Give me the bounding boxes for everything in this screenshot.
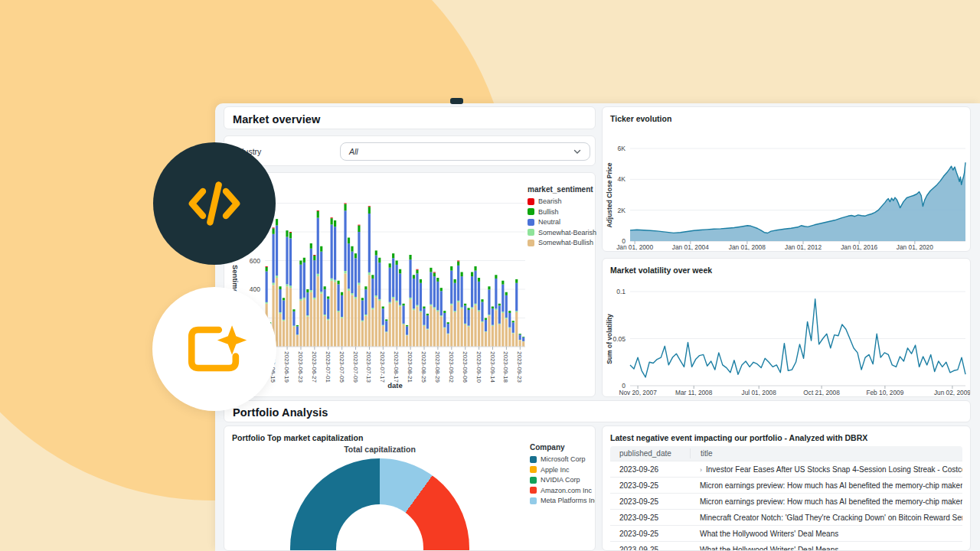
cell-title: Micron earnings preview: How much has AI… <box>690 481 962 490</box>
svg-text:Jan 01, 2020: Jan 01, 2020 <box>897 243 933 250</box>
industry-select[interactable]: All <box>340 142 590 161</box>
legend-swatch <box>528 240 534 246</box>
legend-item[interactable]: NVIDIA Corp <box>530 476 596 484</box>
svg-text:0.05: 0.05 <box>612 335 626 343</box>
legend-swatch <box>530 466 537 473</box>
column-header-published-date[interactable]: published_date <box>610 448 691 458</box>
table-row[interactable]: 2023-09-25Micron earnings preview: How m… <box>610 477 962 493</box>
company-legend: CompanyMicrosoft CorpApple IncNVIDIA Cor… <box>530 443 596 507</box>
svg-text:Jul 01, 2008: Jul 01, 2008 <box>742 389 777 396</box>
legend-item[interactable]: Somewhat-Bearish <box>528 229 596 236</box>
volatility-line-chart[interactable]: 00.050.1Nov 20, 2007Mar 11, 2008Jul 01, … <box>603 275 970 396</box>
clipped-title-fragment <box>450 98 463 104</box>
filter-card: Industry All <box>224 135 596 166</box>
legend-label: Meta Platforms Inc <box>541 497 596 504</box>
ticker-card: Ticker evolution 02K4K6KJan 01, 2000Jan … <box>602 106 971 252</box>
svg-text:Oct 21, 2008: Oct 21, 2008 <box>803 389 840 396</box>
svg-text:Feb 10, 2009: Feb 10, 2009 <box>866 389 903 396</box>
legend-item[interactable]: Bullish <box>528 208 596 216</box>
legend-title: market_sentiment <box>528 185 596 194</box>
cell-published-date: 2023-09-25 <box>610 514 690 522</box>
table-row[interactable]: 2023-09-25Minecraft Creator Notch: 'Glad… <box>610 509 962 525</box>
table-header: published_datetitle <box>610 446 962 461</box>
svg-text:2023-09-06: 2023-09-06 <box>462 351 469 383</box>
legend-swatch <box>530 487 537 494</box>
legend-item[interactable]: Amazon.com Inc <box>530 487 596 494</box>
portfolio-analysis-card: Portfolio Analysis <box>224 400 971 422</box>
legend-swatch <box>530 477 537 484</box>
cell-published-date: 2023-09-26 <box>610 465 690 474</box>
svg-text:Sum of volatility: Sum of volatility <box>606 314 613 364</box>
legend-swatch <box>528 219 534 226</box>
svg-text:2023-09-10: 2023-09-10 <box>475 351 482 383</box>
svg-text:400: 400 <box>250 285 260 293</box>
svg-text:Adjusted Close Price: Adjusted Close Price <box>606 162 613 227</box>
industry-select-value: All <box>349 147 358 156</box>
svg-text:Jan 01, 2012: Jan 01, 2012 <box>785 243 822 250</box>
legend-swatch <box>528 198 534 205</box>
events-table-title: Latest negative event impacting our port… <box>603 426 970 442</box>
legend-item[interactable]: Somewhat-Bullish <box>528 239 596 246</box>
svg-text:2023-07-05: 2023-07-05 <box>338 351 345 383</box>
legend-title: Company <box>530 443 596 452</box>
events-table: published_datetitle2023-09-26›Investor F… <box>610 446 962 551</box>
svg-text:Jun 02, 2009: Jun 02, 2009 <box>934 389 970 396</box>
legend-label: Amazon.com Inc <box>541 487 592 494</box>
legend-label: NVIDIA Corp <box>541 476 580 484</box>
svg-text:Jan 01, 2008: Jan 01, 2008 <box>729 243 766 250</box>
legend-label: Bearish <box>538 197 562 205</box>
svg-text:2023-08-21: 2023-08-21 <box>407 351 413 383</box>
legend-label: Apple Inc <box>541 466 570 474</box>
table-row[interactable]: 2023-09-25What the Hollywood Writers' De… <box>610 525 962 541</box>
legend-item[interactable]: Microsoft Corp <box>530 455 596 463</box>
legend-label: Bullish <box>538 208 559 216</box>
legend-swatch <box>530 456 537 463</box>
legend-swatch <box>530 497 537 504</box>
legend-swatch <box>528 229 534 236</box>
ticker-card-title: Ticker evolution <box>603 107 970 123</box>
market-overview-title: Market overview <box>224 107 595 126</box>
table-row[interactable]: 2023-09-25What the Hollywood Writers' De… <box>610 541 962 551</box>
legend-item[interactable]: Meta Platforms Inc <box>530 497 596 504</box>
svg-text:Mar 11, 2008: Mar 11, 2008 <box>675 389 713 396</box>
svg-text:2023-06-27: 2023-06-27 <box>311 351 318 383</box>
legend-label: Somewhat-Bullish <box>538 239 593 246</box>
legend-item[interactable]: Bearish <box>528 197 596 205</box>
legend-swatch <box>528 208 534 215</box>
market-overview-card: Market overview <box>224 106 596 129</box>
code-badge-circle <box>153 142 276 265</box>
svg-text:2023-07-01: 2023-07-01 <box>325 351 332 383</box>
column-header-title[interactable]: title <box>691 449 713 458</box>
cell-published-date: 2023-09-25 <box>610 546 690 551</box>
legend-item[interactable]: Apple Inc <box>530 466 596 474</box>
expand-row-icon[interactable]: › <box>700 466 702 474</box>
cell-published-date: 2023-09-25 <box>610 530 690 538</box>
svg-text:Jan 01, 2000: Jan 01, 2000 <box>616 243 653 250</box>
svg-text:2023-09-18: 2023-09-18 <box>502 351 509 383</box>
svg-text:2023-08-17: 2023-08-17 <box>393 351 400 383</box>
svg-text:2023-08-25: 2023-08-25 <box>420 351 427 383</box>
legend-item[interactable]: Neutral <box>528 218 596 226</box>
table-row[interactable]: 2023-09-25Micron earnings preview: How m… <box>610 493 962 509</box>
page: { "decor": {"navy": "#1b3139", "orange":… <box>0 0 980 551</box>
svg-text:2023-06-19: 2023-06-19 <box>283 351 290 383</box>
legend-label: Somewhat-Bearish <box>538 229 596 236</box>
table-row[interactable]: 2023-09-26›Investor Fear Eases After US … <box>610 461 962 477</box>
svg-text:2023-07-09: 2023-07-09 <box>352 351 359 383</box>
ticker-area-chart[interactable]: 02K4K6KJan 01, 2000Jan 01, 2004Jan 01, 2… <box>603 123 970 250</box>
svg-text:0.1: 0.1 <box>616 288 626 295</box>
events-table-card: Latest negative event impacting our port… <box>602 425 971 551</box>
cell-title: ›Investor Fear Eases After US Stocks Sna… <box>690 465 962 474</box>
svg-text:6K: 6K <box>618 145 626 152</box>
capitalization-card: Portfolio Top market capitalization Tota… <box>224 425 596 551</box>
cell-title: Micron earnings preview: How much has AI… <box>690 497 962 506</box>
sentiment-legend: market_sentimentBearishBullishNeutralSom… <box>528 185 596 249</box>
svg-text:Jan 01, 2016: Jan 01, 2016 <box>841 243 877 250</box>
code-brackets-icon <box>178 168 250 240</box>
cell-title: What the Hollywood Writers' Deal Means <box>690 530 838 538</box>
cell-title: Minecraft Creator Notch: 'Glad They're C… <box>690 514 962 522</box>
svg-text:Jan 01, 2004: Jan 01, 2004 <box>672 243 709 250</box>
svg-text:2023-09-14: 2023-09-14 <box>489 351 496 383</box>
svg-text:2023-09-02: 2023-09-02 <box>448 351 455 383</box>
svg-text:2K: 2K <box>618 207 626 214</box>
